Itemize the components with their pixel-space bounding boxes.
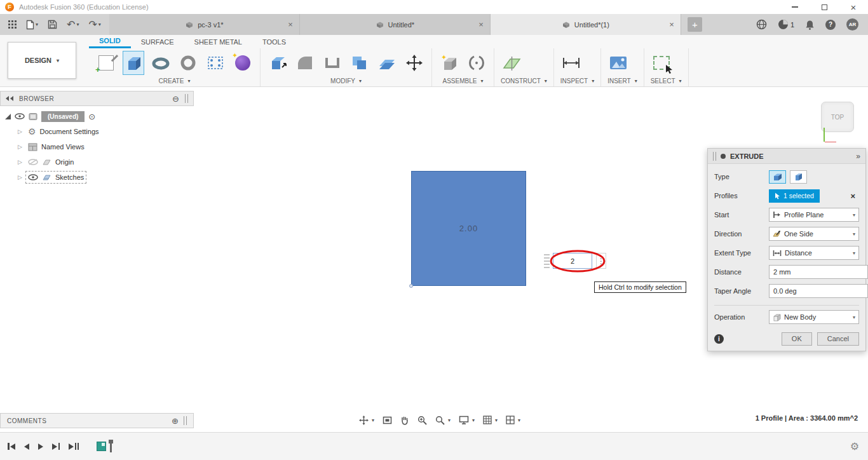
timeline-sketch-feature[interactable] [97, 442, 106, 451]
coil-button[interactable]: ✦ [232, 51, 254, 75]
panel-drag-grip[interactable] [184, 416, 187, 425]
create-sketch-button[interactable]: + [95, 51, 117, 75]
maximize-button[interactable] [810, 0, 839, 14]
extrude-dialog-header[interactable]: EXTRUDE » [708, 149, 865, 164]
pan-button[interactable] [400, 416, 409, 425]
grid-snap-button[interactable]: ▾ [483, 416, 498, 424]
timeline-step-forward-button[interactable] [52, 443, 60, 450]
joint-button[interactable] [466, 51, 487, 75]
combine-button[interactable] [349, 51, 370, 75]
measure-button[interactable] [560, 51, 582, 75]
direction-dropdown[interactable]: One Side ▾ [769, 227, 859, 241]
notifications-bell-icon[interactable] [805, 20, 815, 30]
comments-panel-header[interactable]: COMMENTS ⊕ [0, 413, 194, 428]
timeline-playhead[interactable] [109, 440, 114, 454]
group-modify-menu[interactable]: MODIFY ▾ [267, 76, 425, 86]
group-insert-menu[interactable]: INSERT ▾ [607, 76, 637, 86]
tab-surface[interactable]: SURFACE [131, 35, 184, 48]
visibility-eye-icon[interactable] [15, 113, 25, 119]
job-status-button[interactable]: 1 [778, 19, 794, 30]
extrude-button[interactable] [123, 51, 144, 75]
group-assemble-menu[interactable]: ASSEMBLE ▾ [438, 76, 487, 86]
tab-solid[interactable]: SOLID [89, 35, 131, 48]
expand-icon[interactable]: ▷ [18, 144, 24, 150]
info-icon[interactable]: i [714, 334, 724, 344]
type-thin-extrude-button[interactable] [790, 170, 807, 184]
group-construct-menu[interactable]: CONSTRUCT ▾ [501, 76, 547, 86]
redo-button[interactable]: ↷ ▾ [88, 20, 100, 30]
expand-icon[interactable]: ▷ [18, 159, 24, 165]
zoom-window-button[interactable]: ▾ [435, 416, 451, 425]
fit-view-button[interactable] [383, 416, 392, 424]
expand-comments-icon[interactable]: ⊕ [172, 417, 179, 425]
new-tab-button[interactable]: + [688, 17, 702, 32]
tab-tools[interactable]: TOOLS [252, 35, 296, 48]
tab-close-icon[interactable]: × [669, 20, 674, 29]
expand-collapse-icon[interactable] [5, 114, 11, 119]
press-pull-button[interactable] [267, 51, 288, 75]
cancel-button[interactable]: Cancel [817, 332, 859, 346]
tab-close-icon[interactable]: × [478, 20, 484, 29]
activate-target-icon[interactable]: ⊙ [88, 112, 95, 121]
panel-drag-grip[interactable] [185, 94, 188, 103]
viewports-button[interactable]: ▾ [506, 416, 520, 424]
extent-type-dropdown[interactable]: Distance ▾ [769, 246, 859, 260]
group-select-menu[interactable]: SELECT ▾ [651, 76, 682, 86]
ok-button[interactable]: OK [782, 332, 812, 346]
help-button[interactable]: ? [825, 20, 836, 30]
sketch-vertex-point[interactable] [409, 284, 413, 288]
taper-angle-field[interactable] [769, 284, 868, 298]
workspace-switcher[interactable]: DESIGN ▾ [8, 42, 76, 79]
viewcube[interactable]: TOP [821, 102, 854, 132]
insert-canvas-button[interactable] [607, 51, 629, 75]
extruded-body-preview[interactable]: 2.00 [411, 171, 526, 286]
expand-icon[interactable]: ▷ [18, 174, 24, 180]
group-inspect-menu[interactable]: INSPECT ▾ [560, 76, 594, 86]
tab-untitled-1-active[interactable]: Untitled*(1) × [491, 14, 681, 35]
hole-button[interactable] [177, 51, 199, 75]
distance-value-input[interactable] [553, 253, 592, 269]
pattern-button[interactable] [205, 51, 226, 75]
revolve-button[interactable] [150, 51, 172, 75]
user-avatar[interactable]: AR [846, 18, 858, 30]
collapse-panel-icon[interactable] [6, 96, 13, 101]
save-button[interactable] [48, 20, 57, 29]
timeline-play-button[interactable] [38, 443, 43, 450]
tree-item-origin[interactable]: ▷ Origin [5, 154, 99, 170]
tab-untitled[interactable]: Untitled* × [300, 14, 491, 35]
timeline-step-back-button[interactable] [24, 443, 29, 450]
expand-icon[interactable]: ▷ [18, 128, 24, 135]
visibility-eye-off-icon[interactable] [28, 159, 38, 165]
timeline-end-button[interactable] [69, 443, 79, 450]
dialog-expand-icon[interactable]: » [856, 152, 860, 161]
tree-item-document-settings[interactable]: ▷ ⚙ Document Settings [5, 124, 99, 139]
type-extrude-button[interactable] [769, 170, 786, 184]
construct-plane-button[interactable] [501, 51, 522, 75]
select-button[interactable] [651, 51, 672, 75]
manipulator-drag-grip[interactable] [544, 254, 550, 268]
tree-item-sketches[interactable]: ▷ Sketches [5, 170, 99, 185]
operation-dropdown[interactable]: New Body ▾ [769, 310, 859, 324]
hide-panel-icon[interactable]: ⊖ [172, 95, 179, 103]
tab-sheet-metal[interactable]: SHEET METAL [184, 35, 252, 48]
profiles-selected-chip[interactable]: 1 selected [769, 189, 820, 203]
display-settings-button[interactable]: ▾ [459, 416, 475, 424]
app-grid-icon[interactable] [8, 20, 17, 29]
tab-pc-3-v1[interactable]: pc-3 v1* × [109, 14, 300, 35]
undo-button[interactable]: ↶ ▾ [67, 20, 79, 30]
clear-selection-icon[interactable]: × [850, 191, 855, 201]
distance-field[interactable] [769, 265, 868, 279]
split-body-button[interactable] [376, 51, 398, 75]
tree-root-row[interactable]: (Unsaved) ⊙ [5, 109, 99, 124]
dialog-drag-grip[interactable] [713, 152, 716, 161]
collaboration-globe-icon[interactable] [756, 19, 767, 30]
timeline-begin-button[interactable] [8, 443, 15, 450]
manipulator-options-icon[interactable]: ⋮ [596, 253, 606, 269]
shell-button[interactable] [322, 51, 343, 75]
file-menu-button[interactable]: ▾ [26, 20, 38, 30]
zoom-button[interactable] [417, 416, 427, 425]
tab-close-icon[interactable]: × [288, 20, 293, 29]
minimize-button[interactable] [780, 0, 810, 14]
tree-item-named-views[interactable]: ▷ Named Views [5, 139, 99, 154]
start-dropdown[interactable]: Profile Plane ▾ [769, 208, 859, 222]
